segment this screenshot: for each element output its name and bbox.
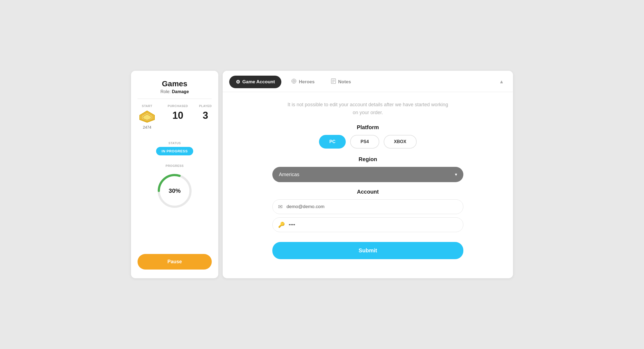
email-icon: ✉	[278, 203, 283, 210]
info-text: It is not possible to edit your account …	[286, 101, 450, 117]
region-select[interactable]: Americas Europe Asia Oceania	[272, 167, 463, 182]
region-wrapper: Americas Europe Asia Oceania	[272, 167, 463, 182]
notes-icon	[331, 78, 336, 85]
right-card: ⚙ Game Account Heroes	[223, 71, 513, 278]
gear-icon: ⚙	[236, 79, 240, 85]
status-label: STATUS	[138, 141, 212, 145]
progress-circle: 30%	[156, 172, 194, 210]
submit-button[interactable]: Submit	[272, 242, 463, 259]
region-label: Region	[272, 156, 463, 162]
card-subtitle: Role: Damage	[160, 89, 189, 94]
left-card: Games Role: Damage START 2474	[131, 71, 218, 278]
stat-start: START 2474	[138, 104, 157, 136]
stat-purchased-value: 10	[168, 110, 188, 121]
heroes-icon	[291, 78, 297, 85]
account-label: Account	[272, 189, 463, 195]
tab-heroes[interactable]: Heroes	[285, 75, 321, 88]
stat-played: PLAYED 3	[199, 104, 212, 136]
account-section: Account ✉ 🔑	[272, 189, 463, 235]
card-title: Games	[162, 79, 187, 88]
svg-point-6	[293, 80, 295, 82]
rank-icon	[138, 110, 157, 123]
role-label: Role:	[160, 89, 171, 94]
tab-notes-label: Notes	[338, 79, 351, 85]
status-section: STATUS IN PROGRESS	[138, 141, 212, 155]
right-content: It is not possible to edit your account …	[223, 92, 513, 268]
platform-label: Platform	[357, 124, 379, 131]
email-input-row: ✉	[272, 199, 463, 214]
rank-number: 2474	[138, 125, 157, 129]
progress-text: 30%	[169, 187, 181, 194]
app-container: Games Role: Damage START 2474	[131, 71, 513, 278]
platform-ps4-button[interactable]: PS4	[350, 135, 379, 149]
tab-heroes-label: Heroes	[299, 79, 315, 85]
role-value: Damage	[172, 89, 189, 94]
password-input-row: 🔑	[272, 217, 463, 232]
stats-row: START 2474 PURCHASED 10 PLAYED 3	[138, 104, 212, 136]
tab-notes[interactable]: Notes	[324, 75, 357, 88]
status-badge: IN PROGRESS	[156, 147, 193, 155]
stat-purchased: PURCHASED 10	[168, 104, 188, 136]
platform-row: PC PS4 XBOX	[319, 135, 417, 149]
stat-played-label: PLAYED	[199, 104, 212, 108]
card-divider	[138, 99, 212, 99]
password-icon: 🔑	[278, 221, 285, 228]
password-field[interactable]	[289, 222, 458, 227]
pause-button[interactable]: Pause	[138, 254, 212, 270]
tab-game-account[interactable]: ⚙ Game Account	[229, 76, 281, 88]
tab-game-account-label: Game Account	[242, 79, 275, 85]
stat-played-value: 3	[199, 110, 212, 121]
collapse-button[interactable]: ▲	[497, 77, 506, 87]
stat-start-label: START	[138, 104, 157, 108]
platform-xbox-button[interactable]: XBOX	[384, 135, 417, 149]
platform-pc-button[interactable]: PC	[319, 135, 346, 149]
progress-circle-wrap: 30%	[138, 172, 212, 210]
tabs-row: ⚙ Game Account Heroes	[223, 71, 513, 88]
progress-label: PROGRESS	[138, 164, 212, 167]
stat-purchased-label: PURCHASED	[168, 104, 188, 108]
progress-section: PROGRESS 30%	[138, 164, 212, 210]
email-field[interactable]	[287, 204, 458, 209]
region-section: Region Americas Europe Asia Oceania	[272, 156, 463, 182]
